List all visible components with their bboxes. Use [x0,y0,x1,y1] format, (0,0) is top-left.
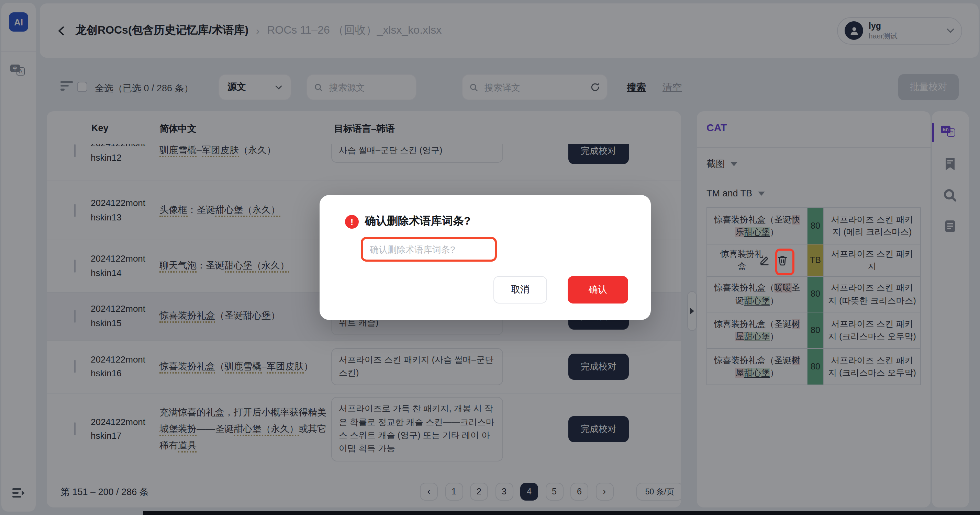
confirm-button[interactable]: 确认 [568,276,628,304]
cancel-button[interactable]: 取消 [493,276,547,304]
dialog-title: 确认删除术语库词条? [365,214,471,229]
app-root: AI 中 A 龙创ROCs(包含历史记忆库/术语库) › ROCs 11–26 … [0,0,980,515]
click-highlight-box [775,249,794,275]
warning-icon: ! [345,215,359,229]
confirm-text-input[interactable] [361,237,497,261]
delete-confirm-dialog: ! 确认删除术语库词条? 取消 确认 [320,195,651,320]
